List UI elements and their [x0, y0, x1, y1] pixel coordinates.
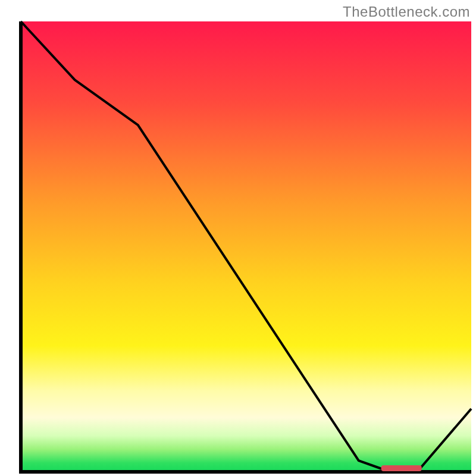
highlight-bar [381, 465, 422, 471]
chart-frame: TheBottleneck.com [0, 0, 476, 476]
chart-svg [0, 0, 476, 476]
watermark-text: TheBottleneck.com [343, 4, 470, 20]
